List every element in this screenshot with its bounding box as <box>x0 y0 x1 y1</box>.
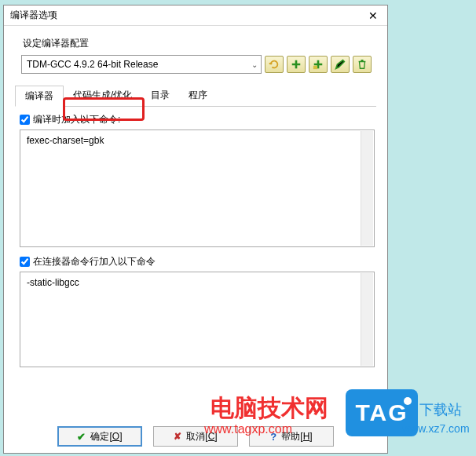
x-icon: ✘ <box>174 431 181 442</box>
titlebar: 编译器选项 ✕ <box>4 5 387 26</box>
watermark-text-2: 下载站 <box>419 400 462 419</box>
tab-strip: 编译器 代码生成/优化 目录 程序 <box>15 85 376 107</box>
scrollbar[interactable] <box>361 131 373 246</box>
tab-programs[interactable]: 程序 <box>179 86 217 107</box>
compile-commands-check-row: 编译时加入以下命令: <box>20 113 376 126</box>
rename-button[interactable] <box>331 56 350 73</box>
tab-directories[interactable]: 目录 <box>141 86 179 107</box>
linker-commands-value: -static-libgcc <box>27 277 79 288</box>
delete-button[interactable] <box>353 56 372 73</box>
add-button[interactable] <box>287 56 306 73</box>
compiler-config-combo[interactable]: TDM-GCC 4.9.2 64-bit Release ⌄ <box>21 55 262 74</box>
compile-commands-checkbox[interactable] <box>20 115 30 125</box>
compiler-config-label: 设定编译器配置 <box>23 37 376 50</box>
plus-icon <box>291 59 302 70</box>
question-icon: ? <box>270 431 276 443</box>
svg-rect-0 <box>313 66 317 69</box>
refresh-icon <box>269 59 280 70</box>
compile-commands-textarea[interactable]: fexec-charset=gbk <box>20 130 375 247</box>
options-dialog: 编译器选项 ✕ 设定编译器配置 TDM-GCC 4.9.2 64-bit Rel… <box>3 5 388 454</box>
combo-selected-text: TDM-GCC 4.9.2 64-bit Release <box>27 59 158 70</box>
linker-commands-check-row: 在连接器命令行加入以下命令 <box>20 255 376 268</box>
linker-commands-label: 在连接器命令行加入以下命令 <box>33 255 156 268</box>
window-title: 编译器选项 <box>10 9 57 22</box>
watermark-url-2: www.xz7.com <box>402 422 470 435</box>
help-button[interactable]: ? 帮助[H] <box>249 426 334 447</box>
compile-commands-value: fexec-charset=gbk <box>27 135 104 146</box>
chevron-down-icon: ⌄ <box>251 60 258 69</box>
pencil-icon <box>335 59 346 70</box>
close-icon: ✕ <box>368 9 378 22</box>
trash-icon <box>357 59 368 70</box>
close-button[interactable]: ✕ <box>364 6 383 25</box>
dialog-button-row: ✔ 确定[O] ✘ 取消[C] ? 帮助[H] <box>4 426 387 447</box>
refresh-button[interactable] <box>265 56 284 73</box>
tab-compiler[interactable]: 编译器 <box>15 86 64 107</box>
compile-commands-label: 编译时加入以下命令: <box>33 113 120 126</box>
check-icon: ✔ <box>77 431 86 443</box>
compiler-config-row: TDM-GCC 4.9.2 64-bit Release ⌄ <box>21 55 372 74</box>
ok-button[interactable]: ✔ 确定[O] <box>57 426 142 447</box>
scrollbar[interactable] <box>361 273 373 366</box>
linker-commands-textarea[interactable]: -static-libgcc <box>20 272 375 367</box>
tab-codegen[interactable]: 代码生成/优化 <box>64 86 141 107</box>
add-folder-button[interactable] <box>309 56 328 73</box>
linker-commands-checkbox[interactable] <box>20 257 30 267</box>
cancel-button[interactable]: ✘ 取消[C] <box>153 426 238 447</box>
content-area: 设定编译器配置 TDM-GCC 4.9.2 64-bit Release ⌄ 编… <box>4 26 387 367</box>
plus-folder-icon <box>313 59 324 70</box>
